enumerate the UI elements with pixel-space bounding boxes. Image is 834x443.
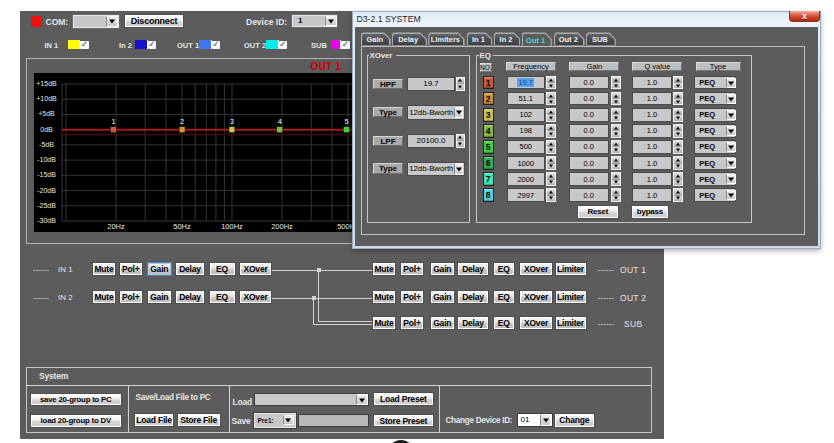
svg-text:4: 4 bbox=[278, 117, 282, 126]
svg-text:2: 2 bbox=[180, 117, 184, 126]
svg-text:1: 1 bbox=[111, 117, 115, 126]
svg-text:3: 3 bbox=[230, 117, 234, 126]
svg-text:5: 5 bbox=[345, 117, 349, 126]
